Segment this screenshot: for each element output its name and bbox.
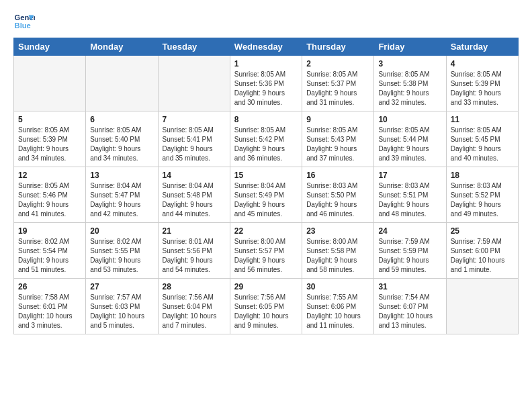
day-info: Sunrise: 8:03 AM Sunset: 5:51 PM Dayligh…	[378, 181, 441, 219]
day-info: Sunrise: 8:05 AM Sunset: 5:39 PM Dayligh…	[451, 70, 514, 107]
day-cell: 16Sunrise: 8:03 AM Sunset: 5:50 PM Dayli…	[302, 167, 374, 223]
header: General Blue	[13, 11, 519, 32]
day-number: 14	[163, 171, 226, 180]
day-info: Sunrise: 8:04 AM Sunset: 5:49 PM Dayligh…	[234, 181, 298, 219]
day-number: 4	[451, 59, 514, 68]
day-cell	[446, 279, 518, 334]
day-info: Sunrise: 8:04 AM Sunset: 5:47 PM Dayligh…	[90, 181, 153, 219]
header-cell-thursday: Thursday	[302, 38, 374, 56]
day-info: Sunrise: 7:58 AM Sunset: 6:01 PM Dayligh…	[18, 293, 81, 330]
day-cell: 17Sunrise: 8:03 AM Sunset: 5:51 PM Dayli…	[374, 167, 446, 223]
day-cell: 23Sunrise: 8:00 AM Sunset: 5:58 PM Dayli…	[302, 223, 374, 279]
day-cell: 10Sunrise: 8:05 AM Sunset: 5:44 PM Dayli…	[374, 111, 446, 167]
day-info: Sunrise: 7:59 AM Sunset: 5:59 PM Dayligh…	[378, 237, 441, 275]
header-cell-friday: Friday	[374, 38, 446, 56]
day-number: 7	[163, 115, 226, 124]
day-number: 16	[306, 171, 369, 180]
day-cell: 22Sunrise: 8:00 AM Sunset: 5:57 PM Dayli…	[230, 223, 302, 279]
day-number: 19	[18, 226, 81, 236]
day-number: 3	[378, 59, 441, 68]
day-info: Sunrise: 7:55 AM Sunset: 6:06 PM Dayligh…	[306, 293, 369, 330]
day-number: 26	[18, 282, 81, 291]
day-cell: 27Sunrise: 7:57 AM Sunset: 6:03 PM Dayli…	[86, 279, 158, 334]
calendar-body: 1Sunrise: 8:05 AM Sunset: 5:36 PM Daylig…	[14, 56, 519, 334]
day-info: Sunrise: 8:00 AM Sunset: 5:57 PM Dayligh…	[234, 237, 298, 275]
day-cell: 31Sunrise: 7:54 AM Sunset: 6:07 PM Dayli…	[374, 279, 446, 334]
day-number: 23	[306, 226, 369, 236]
day-number: 2	[306, 59, 369, 68]
day-info: Sunrise: 7:54 AM Sunset: 6:07 PM Dayligh…	[378, 293, 441, 330]
day-number: 11	[451, 115, 514, 124]
calendar-header: SundayMondayTuesdayWednesdayThursdayFrid…	[14, 38, 519, 56]
header-cell-sunday: Sunday	[14, 38, 86, 56]
day-info: Sunrise: 8:00 AM Sunset: 5:58 PM Dayligh…	[306, 237, 369, 275]
day-info: Sunrise: 8:04 AM Sunset: 5:48 PM Dayligh…	[163, 181, 226, 219]
day-cell: 25Sunrise: 7:59 AM Sunset: 6:00 PM Dayli…	[446, 223, 518, 279]
day-info: Sunrise: 8:05 AM Sunset: 5:43 PM Dayligh…	[306, 126, 369, 163]
day-number: 28	[163, 282, 226, 291]
day-cell: 21Sunrise: 8:01 AM Sunset: 5:56 PM Dayli…	[158, 223, 230, 279]
day-cell: 20Sunrise: 8:02 AM Sunset: 5:55 PM Dayli…	[86, 223, 158, 279]
day-number: 5	[18, 115, 81, 124]
day-cell: 19Sunrise: 8:02 AM Sunset: 5:54 PM Dayli…	[14, 223, 86, 279]
day-cell: 5Sunrise: 8:05 AM Sunset: 5:39 PM Daylig…	[14, 111, 86, 167]
page: General Blue SundayMondayTuesdayWednesda…	[0, 0, 532, 345]
day-info: Sunrise: 8:05 AM Sunset: 5:40 PM Dayligh…	[90, 126, 153, 163]
day-number: 12	[18, 171, 81, 180]
day-info: Sunrise: 8:05 AM Sunset: 5:39 PM Dayligh…	[18, 126, 81, 163]
day-number: 27	[90, 282, 153, 291]
day-cell: 14Sunrise: 8:04 AM Sunset: 5:48 PM Dayli…	[158, 167, 230, 223]
day-number: 1	[234, 59, 298, 68]
day-number: 9	[306, 115, 369, 124]
day-number: 24	[378, 226, 441, 236]
day-cell: 7Sunrise: 8:05 AM Sunset: 5:41 PM Daylig…	[158, 111, 230, 167]
day-number: 18	[451, 171, 514, 180]
day-info: Sunrise: 8:02 AM Sunset: 5:55 PM Dayligh…	[90, 237, 153, 275]
day-info: Sunrise: 8:03 AM Sunset: 5:50 PM Dayligh…	[306, 181, 369, 219]
day-number: 15	[234, 171, 298, 180]
day-number: 29	[234, 282, 298, 291]
logo-icon: General Blue	[13, 11, 35, 32]
day-info: Sunrise: 8:05 AM Sunset: 5:45 PM Dayligh…	[451, 126, 514, 163]
day-info: Sunrise: 7:56 AM Sunset: 6:04 PM Dayligh…	[163, 293, 226, 330]
week-row-3: 12Sunrise: 8:05 AM Sunset: 5:46 PM Dayli…	[14, 167, 519, 223]
day-info: Sunrise: 8:05 AM Sunset: 5:38 PM Dayligh…	[378, 70, 441, 107]
day-info: Sunrise: 7:59 AM Sunset: 6:00 PM Dayligh…	[451, 237, 514, 275]
day-info: Sunrise: 8:05 AM Sunset: 5:37 PM Dayligh…	[306, 70, 369, 107]
day-cell: 18Sunrise: 8:03 AM Sunset: 5:52 PM Dayli…	[446, 167, 518, 223]
day-cell: 28Sunrise: 7:56 AM Sunset: 6:04 PM Dayli…	[158, 279, 230, 334]
day-cell: 11Sunrise: 8:05 AM Sunset: 5:45 PM Dayli…	[446, 111, 518, 167]
day-number: 17	[378, 171, 441, 180]
day-cell: 2Sunrise: 8:05 AM Sunset: 5:37 PM Daylig…	[302, 56, 374, 111]
day-info: Sunrise: 8:05 AM Sunset: 5:41 PM Dayligh…	[163, 126, 226, 163]
header-cell-tuesday: Tuesday	[158, 38, 230, 56]
week-row-1: 1Sunrise: 8:05 AM Sunset: 5:36 PM Daylig…	[14, 56, 519, 111]
day-cell: 29Sunrise: 7:56 AM Sunset: 6:05 PM Dayli…	[230, 279, 302, 334]
header-cell-wednesday: Wednesday	[230, 38, 302, 56]
day-info: Sunrise: 8:05 AM Sunset: 5:46 PM Dayligh…	[18, 181, 81, 219]
day-number: 13	[90, 171, 153, 180]
day-number: 30	[306, 282, 369, 291]
week-row-4: 19Sunrise: 8:02 AM Sunset: 5:54 PM Dayli…	[14, 223, 519, 279]
day-number: 20	[90, 226, 153, 236]
header-cell-saturday: Saturday	[446, 38, 518, 56]
day-info: Sunrise: 8:05 AM Sunset: 5:36 PM Dayligh…	[234, 70, 298, 107]
day-number: 6	[90, 115, 153, 124]
day-cell: 15Sunrise: 8:04 AM Sunset: 5:49 PM Dayli…	[230, 167, 302, 223]
day-number: 31	[378, 282, 441, 291]
day-cell	[14, 56, 86, 111]
day-number: 25	[451, 226, 514, 236]
day-number: 8	[234, 115, 298, 124]
day-cell: 9Sunrise: 8:05 AM Sunset: 5:43 PM Daylig…	[302, 111, 374, 167]
day-info: Sunrise: 7:57 AM Sunset: 6:03 PM Dayligh…	[90, 293, 153, 330]
day-cell: 4Sunrise: 8:05 AM Sunset: 5:39 PM Daylig…	[446, 56, 518, 111]
day-cell: 13Sunrise: 8:04 AM Sunset: 5:47 PM Dayli…	[86, 167, 158, 223]
day-number: 22	[234, 226, 298, 236]
day-cell: 24Sunrise: 7:59 AM Sunset: 5:59 PM Dayli…	[374, 223, 446, 279]
day-cell: 30Sunrise: 7:55 AM Sunset: 6:06 PM Dayli…	[302, 279, 374, 334]
day-info: Sunrise: 8:01 AM Sunset: 5:56 PM Dayligh…	[163, 237, 226, 275]
calendar-table: SundayMondayTuesdayWednesdayThursdayFrid…	[13, 38, 519, 334]
day-cell: 26Sunrise: 7:58 AM Sunset: 6:01 PM Dayli…	[14, 279, 86, 334]
day-cell	[86, 56, 158, 111]
header-cell-monday: Monday	[86, 38, 158, 56]
